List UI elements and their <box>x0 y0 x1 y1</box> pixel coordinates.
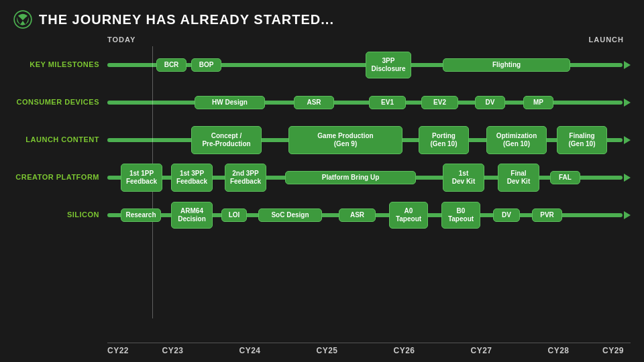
milestone-bcr: BCR <box>156 58 186 72</box>
milestone-ev1: EV1 <box>369 96 406 109</box>
year-label-cy28: CY28 <box>520 346 597 355</box>
milestone-bop: BOP <box>191 58 221 72</box>
milestone-research: Research <box>121 208 161 222</box>
content-creator-platform: 1st 1PPFeedback 1st 3PPFeedback 2nd 3PPF… <box>107 163 631 192</box>
milestone-porting: Porting(Gen 10) <box>419 126 469 154</box>
milestone-pvr: PVR <box>532 208 562 222</box>
content-silicon: Research ARM64Decision LOI SoC Design AS… <box>107 200 631 230</box>
milestone-concept: Concept /Pre-Production <box>191 126 262 154</box>
milestone-hw-design: HW Design <box>195 96 265 109</box>
today-label: TODAY <box>107 36 136 44</box>
milestone-dv-silicon: DV <box>493 208 520 222</box>
year-divider-container <box>13 343 631 343</box>
milestone-flighting: Flighting <box>443 58 570 72</box>
timeline-arrow-launch <box>624 136 631 144</box>
today-launch-row: TODAY LAUNCH <box>13 36 631 44</box>
launch-label: LAUNCH <box>589 36 624 44</box>
row-silicon: SILICON Research ARM64Decision LOI SoC D… <box>13 196 631 234</box>
row-consumer-devices: CONSUMER DEVICES HW Design ASR EV1 EV2 D… <box>13 84 631 121</box>
milestone-1pp-feedback: 1st 1PPFeedback <box>121 164 162 192</box>
label-silicon: SILICON <box>13 210 107 219</box>
milestone-a0-tapeout: A0Tapeout <box>389 202 428 229</box>
timeline-arrow-milestones <box>624 61 631 69</box>
year-label-cy25: CY25 <box>288 346 366 355</box>
timeline-arrow-consumer <box>624 99 631 107</box>
milestone-finaling: Finaling(Gen 10) <box>557 126 607 154</box>
content-launch-content: Concept /Pre-Production Game Production(… <box>107 125 631 155</box>
label-creator-platform: CREATOR PLATFORM <box>13 173 107 182</box>
milestone-fal: FAL <box>550 171 580 184</box>
content-key-milestones: BCR BOP 3PPDisclosure Flighting <box>107 50 631 80</box>
milestone-3pp-disclosure: 3PPDisclosure <box>366 52 411 78</box>
years-row: CY22CY23CY24CY25CY26CY27CY28CY29 <box>13 346 631 355</box>
label-consumer-devices: CONSUMER DEVICES <box>13 98 107 107</box>
label-key-milestones: KEY MILESTONES <box>13 60 107 69</box>
milestone-ev2: EV2 <box>421 96 458 109</box>
header: THE JOURNEY HAS ALREADY STARTED... <box>13 10 631 29</box>
year-label-cy22: CY22 <box>107 346 134 355</box>
milestone-optimization: Optimization(Gen 10) <box>486 126 547 154</box>
milestone-platform-bring-up: Platform Bring Up <box>285 171 416 184</box>
row-creator-platform: CREATOR PLATFORM 1st 1PPFeedback 1st 3PP… <box>13 159 631 196</box>
year-label-cy23: CY23 <box>134 346 211 355</box>
year-label-cy26: CY26 <box>366 346 443 355</box>
page-title: THE JOURNEY HAS ALREADY STARTED... <box>39 12 334 27</box>
row-key-milestones: KEY MILESTONES BCR BOP 3PPDisclosure Fli… <box>13 46 631 84</box>
milestone-1st-dev-kit: 1stDev Kit <box>443 164 484 192</box>
rows-container: KEY MILESTONES BCR BOP 3PPDisclosure Fli… <box>13 46 631 339</box>
milestone-mp: MP <box>523 96 553 109</box>
milestone-dv-consumer: DV <box>475 96 505 109</box>
milestone-b0-tapeout: B0Tapeout <box>441 202 480 229</box>
milestone-2nd-3pp-feedback: 2nd 3PPFeedback <box>225 164 266 192</box>
year-divider-line <box>107 343 631 343</box>
milestone-asr-consumer: ASR <box>294 96 334 109</box>
year-label-cy27: CY27 <box>443 346 520 355</box>
xbox-icon <box>13 10 32 29</box>
timeline-arrow-creator <box>624 174 631 182</box>
year-label-cy29: CY29 <box>597 346 624 355</box>
content-consumer-devices: HW Design ASR EV1 EV2 DV MP <box>107 88 631 117</box>
milestone-1st-3pp-feedback: 1st 3PPFeedback <box>171 164 213 192</box>
year-label-cy24: CY24 <box>211 346 288 355</box>
main-container: THE JOURNEY HAS ALREADY STARTED... TODAY… <box>0 0 644 362</box>
chart-area: TODAY LAUNCH KEY MILESTONES BCR BOP 3PPD… <box>13 36 631 355</box>
milestone-asr-silicon: ASR <box>339 208 376 222</box>
row-launch-content: LAUNCH CONTENT Concept /Pre-Production G… <box>13 121 631 159</box>
milestone-soc-design: SoC Design <box>258 208 322 222</box>
milestone-final-dev-kit: FinalDev Kit <box>498 164 539 192</box>
timeline-arrow-silicon <box>624 211 631 219</box>
milestone-game-production: Game Production(Gen 9) <box>288 126 402 154</box>
label-launch-content: LAUNCH CONTENT <box>13 135 107 144</box>
milestone-arm64: ARM64Decision <box>171 202 213 229</box>
milestone-loi: LOI <box>221 208 247 222</box>
